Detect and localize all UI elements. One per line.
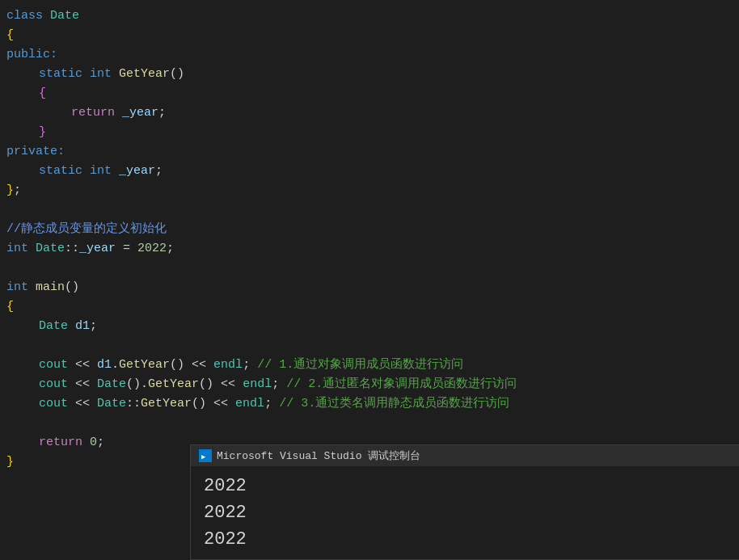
code-line-12: //静态成员变量的定义初始化 — [0, 220, 739, 239]
keyword-int-main: int — [6, 278, 36, 297]
brace-fn-close: } — [39, 123, 46, 141]
code-line-13: int Date::_year = 2022; — [0, 239, 739, 259]
keyword-return-1: return — [71, 103, 122, 122]
code-line-19: cout << d1.GetYear() << endl; // 1.通过对象调… — [0, 356, 739, 375]
class-name-date: Date — [50, 6, 79, 25]
keyword-int-2: int — [90, 162, 119, 180]
code-line-9: static int _year; — [0, 162, 739, 181]
fn-call-getyear-1: GetYear — [119, 356, 170, 374]
brace-open: { — [6, 26, 14, 44]
fn-call-getyear-3: GetYear — [141, 394, 192, 413]
comment-2: // 2.通过匿名对象调用成员函数进行访问 — [286, 375, 517, 394]
console-title-bar: ▶ Microsoft Visual Studio 调试控制台 — [191, 445, 739, 466]
keyword-class: class — [6, 6, 50, 25]
brace-main-close: } — [6, 453, 14, 471]
keyword-return-2: return — [39, 433, 90, 452]
code-line-7: } — [0, 123, 739, 142]
comment-1: // 1.通过对象调用成员函数进行访问 — [257, 356, 463, 374]
console-output-3: 2022 — [204, 526, 726, 553]
code-line-2: { — [0, 26, 739, 45]
keyword-int-1: int — [90, 65, 119, 83]
code-line-6: return _year; — [0, 103, 739, 123]
code-line-14 — [0, 259, 739, 278]
console-popup: ▶ Microsoft Visual Studio 调试控制台 2022 202… — [190, 444, 739, 560]
brace-main-open: { — [6, 297, 14, 316]
code-line-22 — [0, 414, 739, 433]
console-body: 2022 2022 2022 — [191, 466, 739, 559]
code-line-4: static int GetYear() — [0, 65, 739, 84]
console-title-text: Microsoft Visual Studio 调试控制台 — [217, 448, 420, 463]
d1-getyear-1: d1 — [97, 356, 112, 374]
endl-2: endl — [243, 375, 272, 394]
fn-call-getyear-2: GetYear — [148, 375, 199, 394]
console-vs-icon: ▶ — [199, 449, 212, 462]
class-name-date-2: Date — [36, 239, 65, 258]
comment-static-init: //静态成员变量的定义初始化 — [6, 220, 167, 238]
var-d1: d1 — [75, 317, 90, 335]
brace-fn-open: { — [39, 84, 46, 103]
keyword-static-1: static — [39, 65, 90, 83]
endl-1: endl — [213, 356, 243, 374]
code-line-21: cout << Date::GetYear() << endl; // 3.通过… — [0, 394, 739, 414]
fn-main: main — [36, 278, 65, 297]
code-line-17: Date d1; — [0, 317, 739, 336]
code-line-11 — [0, 200, 739, 220]
code-line-18 — [0, 336, 739, 356]
code-line-5: { — [0, 84, 739, 103]
cout-3: cout — [39, 394, 75, 413]
code-line-3: public: — [0, 45, 739, 65]
keyword-static-2: static — [39, 162, 90, 180]
comment-3: // 3.通过类名调用静态成员函数进行访问 — [279, 394, 509, 413]
keyword-public: public: — [6, 45, 57, 64]
code-line-15: int main() — [0, 278, 739, 297]
fn-getyear: GetYear — [119, 65, 170, 83]
var-year-1: _year — [122, 103, 158, 122]
cout-2: cout — [39, 375, 75, 394]
brace-class-close: } — [6, 181, 14, 200]
number-2022-def: 2022 — [137, 239, 167, 258]
var-year-decl: _year — [119, 162, 155, 180]
code-line-1: class Date — [0, 6, 739, 26]
console-output-2: 2022 — [204, 499, 726, 526]
class-name-date-static: Date — [97, 394, 126, 413]
class-name-date-3: Date — [39, 317, 75, 335]
var-year-def: _year — [79, 239, 116, 258]
code-line-16: { — [0, 297, 739, 317]
endl-3: endl — [235, 394, 264, 413]
code-line-10: }; — [0, 181, 739, 200]
keyword-int-3: int — [6, 239, 36, 258]
code-line-8: private: — [0, 142, 739, 162]
svg-text:▶: ▶ — [201, 453, 206, 461]
code-line-20: cout << Date().GetYear() << endl; // 2.通… — [0, 375, 739, 394]
keyword-private: private: — [6, 142, 65, 161]
number-zero: 0 — [90, 433, 97, 452]
cout-1: cout — [39, 356, 75, 374]
class-name-date-anon: Date — [97, 375, 126, 394]
console-output-1: 2022 — [204, 473, 726, 499]
